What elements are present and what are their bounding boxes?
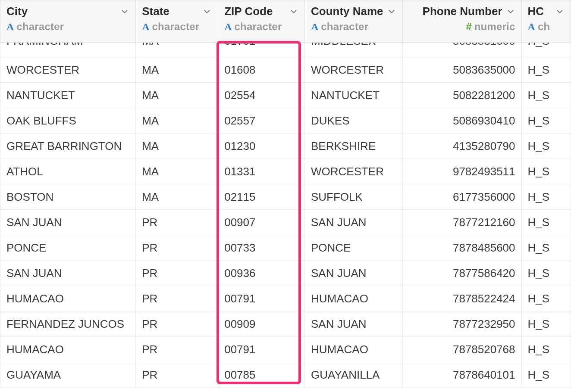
cell-county[interactable]: PONCE (304, 235, 402, 261)
cell-zip[interactable]: 00791 (218, 286, 305, 311)
cell-hc[interactable]: H_S (521, 337, 571, 362)
cell-state[interactable]: MA (136, 134, 218, 159)
cell-phone[interactable]: 7877232950 (402, 311, 521, 337)
cell-city[interactable]: NANTUCKET (0, 83, 136, 108)
cell-zip[interactable]: 02557 (218, 108, 305, 134)
table-row[interactable]: SAN JUANPR00936SAN JUAN7877586420H_S (0, 261, 571, 286)
cell-state[interactable]: MA (136, 184, 218, 210)
cell-hc[interactable]: H_S (521, 159, 571, 184)
cell-state[interactable]: PR (136, 362, 218, 388)
chevron-down-icon[interactable] (202, 7, 212, 16)
cell-hc[interactable]: H_S (521, 210, 571, 235)
cell-county[interactable]: SAN JUAN (304, 311, 402, 337)
chevron-down-icon[interactable] (289, 7, 298, 16)
cell-city[interactable]: SAN JUAN (0, 261, 136, 286)
cell-county[interactable]: MIDDLESEX (304, 43, 402, 57)
cell-phone[interactable]: 7878522424 (402, 286, 521, 311)
cell-city[interactable]: PONCE (0, 235, 136, 261)
cell-state[interactable]: MA (136, 57, 218, 83)
cell-phone[interactable]: 5083831000 (402, 43, 521, 57)
table-row[interactable]: NANTUCKETMA02554NANTUCKET5082281200H_S (0, 83, 571, 108)
chevron-down-icon[interactable] (506, 7, 515, 16)
cell-city[interactable]: BOSTON (0, 184, 136, 210)
chevron-down-icon[interactable] (120, 7, 129, 16)
cell-county[interactable]: SUFFOLK (304, 184, 402, 210)
table-row[interactable]: HUMACAOPR00791HUMACAO7878520768H_S (0, 337, 571, 362)
cell-city[interactable]: ATHOL (0, 159, 136, 184)
cell-hc[interactable]: H_S (521, 57, 571, 83)
cell-zip[interactable]: 00907 (218, 210, 305, 235)
table-row[interactable]: OAK BLUFFSMA02557DUKES5086930410H_S (0, 108, 571, 134)
cell-hc[interactable]: H_S (521, 362, 571, 388)
cell-state[interactable]: PR (136, 286, 218, 311)
cell-state[interactable]: PR (136, 235, 218, 261)
cell-zip[interactable]: 00909 (218, 311, 305, 337)
cell-zip[interactable]: 00791 (218, 337, 305, 362)
cell-state[interactable]: PR (136, 261, 218, 286)
cell-zip[interactable]: 01331 (218, 159, 305, 184)
cell-zip[interactable]: 00785 (218, 362, 305, 388)
cell-hc[interactable]: H_S (521, 108, 571, 134)
cell-hc[interactable]: H_S (521, 43, 571, 57)
cell-county[interactable]: WORCESTER (304, 159, 402, 184)
cell-county[interactable]: WORCESTER (304, 57, 402, 83)
column-header-state[interactable]: StateAcharacter (136, 0, 218, 43)
table-row[interactable]: BOSTONMA02115SUFFOLK6177356000H_S (0, 184, 571, 210)
cell-city[interactable]: GUAYAMA (0, 362, 136, 388)
chevron-down-icon[interactable] (387, 7, 396, 16)
column-header-phone[interactable]: Phone Number#numeric (402, 0, 521, 43)
cell-zip[interactable]: 01608 (218, 57, 305, 83)
cell-city[interactable]: WORCESTER (0, 57, 136, 83)
cell-city[interactable]: FRAMINGHAM (0, 43, 136, 57)
column-header-city[interactable]: CityAcharacter (0, 0, 136, 43)
cell-phone[interactable]: 7878520768 (402, 337, 521, 362)
table-row[interactable]: PONCEPR00733PONCE7878485600H_S (0, 235, 571, 261)
cell-hc[interactable]: H_S (521, 261, 571, 286)
cell-phone[interactable]: 5082281200 (402, 83, 521, 108)
cell-city[interactable]: HUMACAO (0, 337, 136, 362)
table-row[interactable]: GUAYAMAPR00785GUAYANILLA7878640101H_S (0, 362, 571, 388)
cell-phone[interactable]: 5083635000 (402, 57, 521, 83)
table-row[interactable]: FERNANDEZ JUNCOSPR00909SAN JUAN787723295… (0, 311, 571, 337)
cell-city[interactable]: OAK BLUFFS (0, 108, 136, 134)
cell-zip[interactable]: 00936 (218, 261, 305, 286)
column-header-zip[interactable]: ZIP CodeAcharacter (218, 0, 305, 43)
cell-hc[interactable]: H_S (521, 311, 571, 337)
cell-city[interactable]: SAN JUAN (0, 210, 136, 235)
cell-city[interactable]: HUMACAO (0, 286, 136, 311)
chevron-down-icon[interactable] (555, 7, 565, 16)
cell-hc[interactable]: H_S (521, 184, 571, 210)
cell-county[interactable]: HUMACAO (304, 286, 402, 311)
table-row[interactable]: ATHOLMA01331WORCESTER9782493511H_S (0, 159, 571, 184)
cell-phone[interactable]: 6177356000 (402, 184, 521, 210)
cell-county[interactable]: SAN JUAN (304, 261, 402, 286)
cell-zip[interactable]: 02115 (218, 184, 305, 210)
table-row[interactable]: FRAMINGHAMMA01701MIDDLESEX5083831000H_S (0, 43, 571, 57)
cell-city[interactable]: FERNANDEZ JUNCOS (0, 311, 136, 337)
cell-hc[interactable]: H_S (521, 286, 571, 311)
cell-phone[interactable]: 5086930410 (402, 108, 521, 134)
cell-phone[interactable]: 9782493511 (402, 159, 521, 184)
cell-state[interactable]: PR (136, 337, 218, 362)
table-row[interactable]: WORCESTERMA01608WORCESTER5083635000H_S (0, 57, 571, 83)
cell-county[interactable]: DUKES (304, 108, 402, 134)
cell-state[interactable]: MA (136, 108, 218, 134)
cell-zip[interactable]: 01701 (218, 43, 305, 57)
cell-county[interactable]: BERKSHIRE (304, 134, 402, 159)
cell-hc[interactable]: H_S (521, 235, 571, 261)
cell-county[interactable]: HUMACAO (304, 337, 402, 362)
cell-city[interactable]: GREAT BARRINGTON (0, 134, 136, 159)
cell-county[interactable]: GUAYANILLA (304, 362, 402, 388)
cell-zip[interactable]: 02554 (218, 83, 305, 108)
cell-zip[interactable]: 00733 (218, 235, 305, 261)
column-header-county[interactable]: County NameAcharacter (304, 0, 402, 43)
cell-state[interactable]: MA (136, 43, 218, 57)
cell-county[interactable]: SAN JUAN (304, 210, 402, 235)
table-row[interactable]: HUMACAOPR00791HUMACAO7878522424H_S (0, 286, 571, 311)
cell-hc[interactable]: H_S (521, 134, 571, 159)
cell-state[interactable]: PR (136, 311, 218, 337)
cell-state[interactable]: MA (136, 83, 218, 108)
table-row[interactable]: GREAT BARRINGTONMA01230BERKSHIRE41352807… (0, 134, 571, 159)
cell-state[interactable]: PR (136, 210, 218, 235)
cell-hc[interactable]: H_S (521, 83, 571, 108)
